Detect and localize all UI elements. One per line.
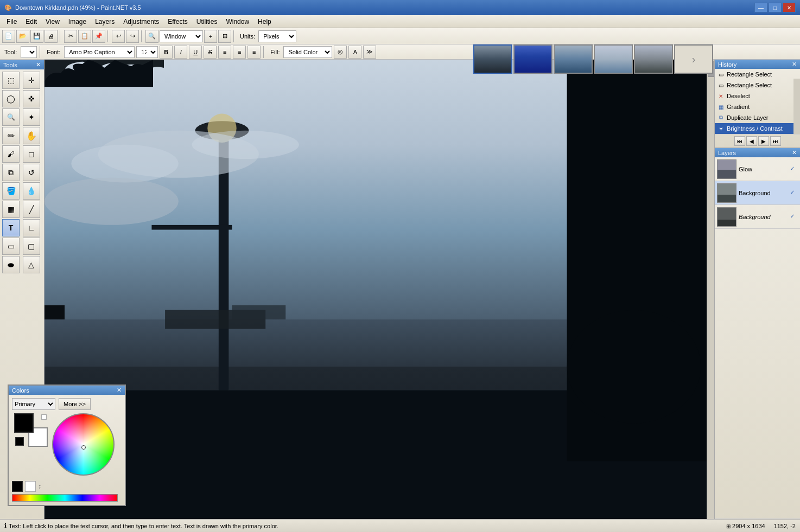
tool-paintbrush[interactable]: 🖌 (2, 145, 20, 163)
history-close-icon[interactable]: ✕ (792, 61, 797, 68)
menu-utilities[interactable]: Utilities (192, 16, 222, 28)
layer-background-italic-visible[interactable]: ✓ (790, 213, 798, 221)
tool-eyedropper[interactable]: 💧 (23, 182, 40, 200)
history-item-5[interactable]: ☀ Brightness / Contrast (715, 123, 800, 134)
tool-freeform[interactable]: △ (23, 256, 40, 273)
layer-background[interactable]: Background ✓ (715, 181, 800, 205)
history-next-btn[interactable]: ▶ (758, 136, 769, 146)
window-select[interactable]: Window (160, 30, 203, 42)
canvas-area[interactable] (45, 60, 714, 532)
thumb-add[interactable]: › (674, 44, 713, 74)
tool-rounded-rect[interactable]: ▢ (23, 238, 40, 255)
color-wheel[interactable] (52, 413, 115, 476)
cut-button[interactable]: ✂ (64, 30, 77, 43)
tool-ellipse[interactable]: ⬬ (2, 256, 20, 273)
history-item-4[interactable]: ⧉ Duplicate Layer (715, 112, 800, 123)
grid-button[interactable]: ⊞ (218, 30, 231, 43)
tool-clone[interactable]: ⧉ (2, 164, 20, 181)
thumb-5[interactable] (634, 44, 673, 74)
tool-magic-wand[interactable]: ✦ (23, 108, 40, 126)
underline-button[interactable]: U (189, 46, 202, 59)
menu-view[interactable]: View (41, 16, 64, 28)
tool-hand[interactable]: ✋ (23, 127, 40, 144)
strikethrough-button[interactable]: S (204, 46, 217, 59)
primary-color-swatch[interactable] (14, 413, 34, 433)
minimize-button[interactable]: — (754, 3, 767, 12)
menu-file[interactable]: File (2, 16, 21, 28)
history-item-2[interactable]: ✕ Deselect (715, 91, 800, 101)
history-last-btn[interactable]: ⏭ (770, 136, 781, 146)
history-first-btn[interactable]: ⏮ (734, 136, 745, 146)
menu-layers[interactable]: Layers (91, 16, 119, 28)
menu-effects[interactable]: Effects (163, 16, 192, 28)
menu-edit[interactable]: Edit (21, 16, 41, 28)
history-item-1[interactable]: ▭ Rectangle Select (715, 80, 800, 91)
history-item-3[interactable]: ▦ Gradient (715, 101, 800, 112)
font-size-select[interactable]: 12 (136, 46, 158, 58)
tool-rect-select[interactable]: ⬚ (2, 72, 20, 89)
zoom-in-button[interactable]: + (204, 30, 217, 43)
tool-move[interactable]: ✛ (23, 72, 40, 89)
tool-move-sel[interactable]: ✜ (23, 90, 40, 107)
tool-line[interactable]: ╱ (23, 201, 40, 218)
align-right-button[interactable]: ≡ (247, 46, 261, 59)
tool-bucket[interactable]: 🪣 (2, 182, 20, 200)
fill-select[interactable]: Solid Color (283, 46, 332, 58)
save-button[interactable]: 💾 (30, 30, 43, 43)
copy-button[interactable]: 📋 (78, 30, 91, 43)
layer-glow-visible[interactable]: ✓ (790, 165, 798, 173)
history-prev-btn[interactable]: ◀ (746, 136, 757, 146)
black-color-btn[interactable] (12, 481, 23, 492)
tool-recolor[interactable]: ↺ (23, 164, 40, 181)
tools-close-icon[interactable]: ✕ (36, 61, 41, 68)
history-scrollbar[interactable] (793, 79, 800, 134)
white-color-btn[interactable] (25, 481, 36, 492)
menu-help[interactable]: Help (253, 16, 276, 28)
color-mode-select[interactable]: Primary Secondary (12, 398, 55, 410)
tool-rectangle[interactable]: ▭ (2, 238, 20, 255)
antialiasing-button[interactable]: ◎ (334, 46, 347, 59)
tool-gradient[interactable]: ▦ (2, 201, 20, 218)
tool-text[interactable]: T (2, 219, 20, 236)
canvas-vscroll[interactable] (707, 60, 714, 524)
print-button[interactable]: 🖨 (45, 30, 58, 43)
open-button[interactable]: 📂 (16, 30, 29, 43)
align-center-button[interactable]: ≡ (233, 46, 246, 59)
colors-close-icon[interactable]: ✕ (117, 387, 122, 394)
more-colors-button[interactable]: More >> (59, 398, 91, 410)
text-render-button[interactable]: A (348, 46, 361, 59)
thumb-4[interactable] (594, 44, 633, 74)
thumb-1[interactable] (473, 44, 512, 74)
text-rendering-btn2[interactable]: ≫ (363, 46, 376, 59)
align-left-button[interactable]: ≡ (218, 46, 231, 59)
thumb-3[interactable] (554, 44, 593, 74)
new-button[interactable]: 📄 (2, 30, 15, 43)
close-button[interactable]: ✕ (783, 3, 796, 12)
layer-background-italic[interactable]: Background ✓ (715, 205, 800, 229)
menu-image[interactable]: Image (64, 16, 91, 28)
undo-button[interactable]: ↩ (112, 30, 125, 43)
font-select[interactable]: Arno Pro Caption (64, 46, 135, 58)
maximize-button[interactable]: □ (769, 3, 782, 12)
tool-shapes[interactable]: ∟ (23, 219, 40, 236)
redo-button[interactable]: ↪ (126, 30, 139, 43)
tool-select[interactable]: T (21, 46, 37, 58)
tool-pencil[interactable]: ✏ (2, 127, 20, 144)
menu-window[interactable]: Window (221, 16, 253, 28)
layers-close-icon[interactable]: ✕ (792, 149, 797, 156)
paste-button[interactable]: 📌 (92, 30, 105, 43)
thumb-2[interactable] (513, 44, 553, 74)
italic-button[interactable]: I (174, 46, 187, 59)
layer-background-visible[interactable]: ✓ (790, 189, 798, 197)
tool-eraser[interactable]: ◻ (23, 145, 40, 163)
zoom-out-button[interactable]: 🔍 (145, 30, 158, 43)
bold-button[interactable]: B (160, 46, 173, 59)
color-spectrum-bar[interactable] (12, 494, 118, 502)
tool-zoom[interactable]: 🔍 (2, 108, 20, 126)
units-select[interactable]: Pixels (258, 30, 296, 42)
tool-lasso[interactable]: ◯ (2, 90, 20, 107)
title-bar-controls[interactable]: — □ ✕ (754, 3, 796, 12)
menu-adjustments[interactable]: Adjustments (119, 16, 163, 28)
history-item-0[interactable]: ▭ Rectangle Select (715, 69, 800, 80)
layer-glow[interactable]: Glow ✓ (715, 157, 800, 181)
